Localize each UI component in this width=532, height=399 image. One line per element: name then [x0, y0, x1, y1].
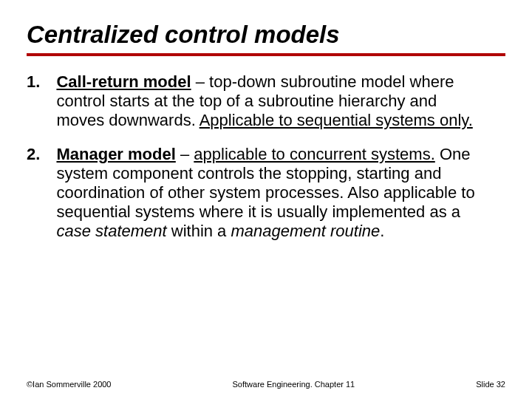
item-heading: Manager model — [56, 145, 175, 163]
item-dash: – — [191, 72, 209, 91]
footer-right: Slide 32 — [476, 380, 505, 389]
list-item: 1. Call-return model – top-down subrouti… — [27, 72, 505, 130]
item-body: Call-return model – top-down subroutine … — [56, 72, 485, 130]
item-heading: Call-return model — [56, 72, 191, 91]
item-text: . — [380, 222, 384, 240]
item-emph: management routine — [231, 222, 380, 240]
content-list: 1. Call-return model – top-down subrouti… — [27, 72, 505, 241]
footer: ©Ian Sommerville 2000 Software Engineeri… — [27, 380, 505, 389]
footer-left: ©Ian Sommerville 2000 — [27, 380, 112, 389]
list-item: 2. Manager model – applicable to concurr… — [27, 145, 505, 241]
item-number: 1. — [27, 72, 53, 92]
item-number: 2. — [27, 145, 53, 164]
item-emph: case statement — [56, 222, 166, 240]
item-underline: Applicable to sequential systems only. — [200, 111, 473, 129]
footer-center: Software Engineering. Chapter 11 — [233, 380, 355, 389]
page-title: Centralized control models — [27, 21, 505, 52]
item-dash: – — [176, 145, 194, 163]
item-underline: applicable to concurrent systems. — [194, 145, 435, 163]
item-body: Manager model – applicable to concurrent… — [56, 145, 485, 241]
slide: Centralized control models 1. Call-retur… — [0, 0, 532, 399]
item-text: within a — [167, 222, 231, 240]
title-rule — [27, 53, 505, 56]
